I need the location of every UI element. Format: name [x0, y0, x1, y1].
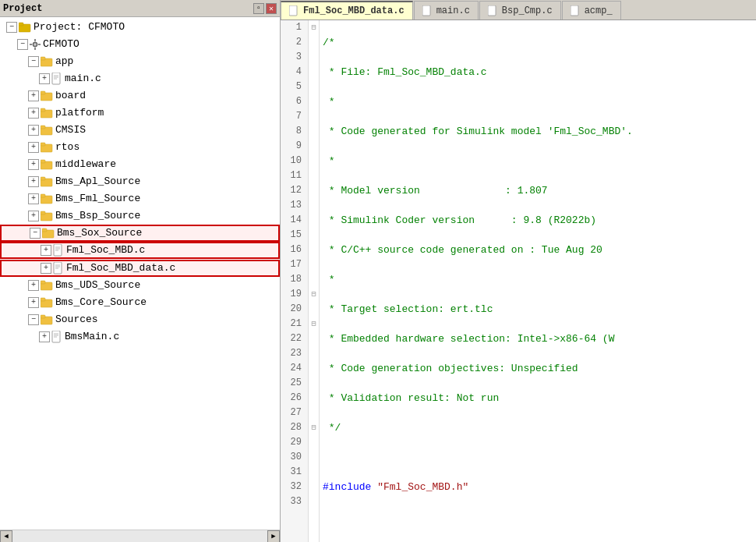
tree-bms-bsp[interactable]: + Bms_Bsp_Source	[0, 207, 280, 225]
svg-rect-36	[54, 262, 62, 274]
expand-bms-sox[interactable]: −	[30, 228, 41, 239]
expand-bms-core[interactable]: +	[28, 297, 39, 308]
tab-bsp-cmp[interactable]: Bsp_Cmp.c	[479, 1, 561, 19]
tree-bms-uds[interactable]: + Bms_UDS_Source	[0, 277, 280, 294]
pin-icon[interactable]: ▫	[253, 3, 264, 14]
tree-main-c[interactable]: + main.c	[0, 70, 280, 87]
expand-bms-uds[interactable]: +	[28, 280, 39, 291]
collapse-28[interactable]: ⊟	[309, 420, 319, 435]
collapse-1[interactable]: ⊟	[309, 20, 319, 35]
tab-main[interactable]: main.c	[414, 1, 479, 19]
svg-rect-1	[19, 23, 23, 26]
code-area[interactable]: 1 2 3 4 5 6 7 8 9 10 11 12 13 14 15 16 1	[281, 20, 756, 542]
expand-bms-fml[interactable]: +	[28, 193, 39, 204]
code-content[interactable]: /* * File: Fml_Soc_MBD_data.c * * Code g…	[320, 20, 756, 542]
expand-bms-bsp[interactable]: +	[28, 211, 39, 221]
bms-bsp-label: Bms_Bsp_Source	[55, 208, 140, 224]
code-line-7: * Simulink Coder version : 9.8 (R2022b)	[323, 213, 753, 228]
tab-fml-data[interactable]: Fml_Soc_MBD_data.c	[281, 1, 413, 19]
collapse-8	[309, 124, 319, 139]
expand-sources[interactable]: −	[28, 314, 39, 325]
tree-bms-sox[interactable]: − Bms_Sox_Source	[0, 225, 280, 242]
tab-file-icon-main	[422, 5, 433, 16]
bms-fml-label: Bms_Fml_Source	[55, 191, 140, 207]
collapse-13	[309, 198, 319, 213]
project-panel: Project ▫ ✕ − Project: CFMOTO −	[0, 0, 281, 542]
tree-platform[interactable]: + platform	[0, 105, 280, 122]
collapse-22	[309, 331, 319, 346]
expand-bms-main-c[interactable]: +	[39, 331, 50, 342]
expand-main-c[interactable]: +	[39, 73, 50, 84]
svg-rect-50	[289, 5, 297, 16]
expand-rtos[interactable]: +	[28, 142, 39, 153]
expand-fml-soc-mbd-data-c[interactable]: +	[41, 263, 51, 274]
collapse-5	[309, 80, 319, 94]
expand-board[interactable]: +	[28, 90, 39, 101]
ln-17: 17	[281, 257, 305, 272]
code-line-15	[323, 450, 753, 465]
scroll-right[interactable]: ▶	[267, 530, 280, 543]
svg-rect-43	[41, 298, 45, 301]
tree-fml-soc-mbd-data-c[interactable]: + Fml_Soc_MBD_data.c	[0, 260, 280, 277]
board-label: board	[55, 88, 86, 104]
bms-uds-label: Bms_UDS_Source	[55, 278, 140, 293]
ln-15: 15	[281, 228, 305, 243]
project-tree[interactable]: − Project: CFMOTO − CFMOTO −	[0, 17, 280, 530]
tree-board[interactable]: + board	[0, 87, 280, 105]
tab-acmp[interactable]: acmp_	[562, 1, 621, 19]
collapse-21[interactable]: ⊟	[309, 317, 319, 331]
ln-24: 24	[281, 361, 305, 376]
tree-app[interactable]: − app	[0, 53, 280, 70]
folder-icon-board	[41, 90, 53, 101]
tree-bms-core[interactable]: + Bms_Core_Source	[0, 294, 280, 311]
svg-rect-46	[52, 331, 60, 342]
tree-bms-fml[interactable]: + Bms_Fml_Source	[0, 190, 280, 207]
code-line-6: * Model version : 1.807	[323, 183, 753, 198]
tree-bms-main-c[interactable]: + BmsMain.c	[0, 328, 280, 345]
tree-middleware[interactable]: + middleware	[0, 156, 280, 173]
collapse-19[interactable]: ⊟	[309, 287, 319, 302]
horizontal-scrollbar[interactable]: ◀ ▶	[0, 530, 280, 542]
file-icon-bms-main-c	[51, 331, 62, 343]
expand-bms-apl[interactable]: +	[28, 176, 39, 187]
collapse-markers: ⊟	[309, 20, 320, 542]
tree-bms-apl[interactable]: + Bms_Apl_Source	[0, 173, 280, 190]
svg-rect-5	[34, 48, 36, 50]
cfmoto-label: CFMOTO	[43, 37, 79, 52]
cmsis-label: CMSIS	[55, 122, 86, 138]
svg-rect-19	[41, 126, 45, 129]
project-icon	[19, 22, 31, 33]
folder-icon-bms-apl	[41, 176, 53, 187]
expand-middleware[interactable]: +	[28, 159, 39, 170]
editor-wrapper: 1 2 3 4 5 6 7 8 9 10 11 12 13 14 15 16 1	[281, 20, 756, 542]
folder-icon-bms-fml	[41, 193, 53, 204]
close-panel-button[interactable]: ✕	[266, 3, 277, 14]
tree-cmsis[interactable]: + CMSIS	[0, 122, 280, 139]
tab-bar: Fml_Soc_MBD_data.c main.c Bsp_Cmp.c acmp…	[281, 0, 756, 20]
collapse-23	[309, 346, 319, 361]
line-numbers: 1 2 3 4 5 6 7 8 9 10 11 12 13 14 15 16 1	[281, 20, 309, 542]
scroll-left[interactable]: ◀	[0, 530, 12, 543]
tree-root[interactable]: − Project: CFMOTO	[0, 19, 280, 36]
collapse-30	[309, 450, 319, 465]
code-line-17	[323, 509, 753, 524]
code-line-12: * Code generation objectives: Unspecifie…	[323, 361, 753, 376]
tree-sources[interactable]: − Sources	[0, 311, 280, 328]
tree-rtos[interactable]: + rtos	[0, 139, 280, 156]
expand-root[interactable]: −	[6, 22, 17, 33]
folder-icon-rtos	[41, 142, 53, 153]
code-line-8: * C/C++ source code generated on : Tue A…	[323, 243, 753, 257]
file-icon-fml-soc-mbd-data-c	[53, 262, 64, 275]
expand-cmsis[interactable]: +	[28, 125, 39, 136]
expand-cfmoto[interactable]: −	[17, 39, 28, 50]
svg-rect-10	[52, 73, 60, 84]
scroll-track[interactable]	[12, 530, 267, 542]
collapse-12	[309, 183, 319, 198]
svg-rect-17	[41, 108, 45, 112]
tree-fml-soc-mbd-c[interactable]: + Fml_Soc_MBD.c	[0, 242, 280, 259]
expand-app[interactable]: −	[28, 56, 39, 67]
expand-fml-soc-mbd-c[interactable]: +	[41, 245, 51, 256]
tree-cfmoto[interactable]: − CFMOTO	[0, 36, 280, 53]
ln-26: 26	[281, 391, 305, 406]
expand-platform[interactable]: +	[28, 108, 39, 119]
